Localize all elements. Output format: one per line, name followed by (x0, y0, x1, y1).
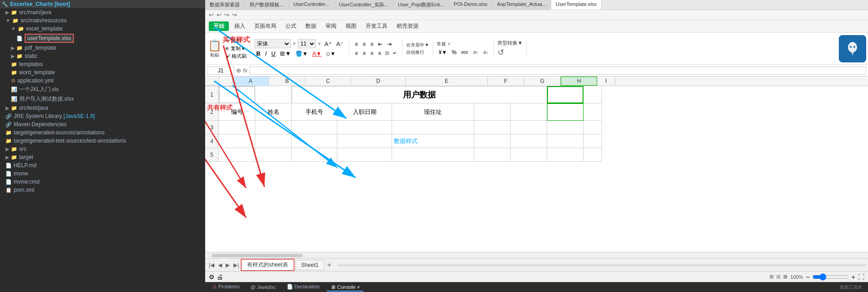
view-page-layout-icon[interactable]: ⊠ (783, 274, 787, 280)
shell-resources-menu[interactable]: 稻壳资源 (393, 21, 422, 31)
bottom-tab-problems[interactable]: ⚠ Problems (209, 283, 243, 292)
sheet-nav-first[interactable]: |◀ (207, 261, 216, 269)
tree-item-target[interactable]: ▶ 📁 target (0, 153, 205, 161)
col-header-G[interactable]: G (524, 77, 561, 86)
col-header-A[interactable]: A (232, 77, 269, 86)
tree-item-target-gen-src[interactable]: 📁 target/generated-sources/annotations (0, 128, 205, 137)
view-page-break-icon[interactable]: ⊟ (776, 274, 780, 280)
cell-3-I[interactable] (584, 121, 602, 134)
view-normal-icon[interactable]: ⊞ (770, 274, 774, 280)
underline-btn[interactable]: U (269, 49, 277, 58)
cell-2-G[interactable] (511, 103, 547, 121)
col-header-B[interactable]: B (269, 77, 305, 86)
cell-5-H[interactable] (547, 148, 584, 162)
tree-item-jxl[interactable]: 📊 一个JXL入门.xls (0, 85, 205, 94)
tree-item-excel-template[interactable]: ▼ 📁 excel_template (0, 25, 205, 33)
tree-item-user-import[interactable]: 📊 用户导入测试数据.xlsx (0, 94, 205, 104)
align-top-btn[interactable]: ≡ (353, 40, 360, 48)
italic-btn[interactable]: I (263, 49, 269, 58)
cell-3-H[interactable] (547, 121, 584, 134)
bottom-tab-javadoc[interactable]: @ Javadoc (247, 283, 279, 292)
refresh-icon[interactable]: ↺ (497, 47, 522, 57)
decrease-indent-btn[interactable]: ⇤ (376, 40, 384, 48)
col-header-I[interactable]: I (597, 77, 615, 86)
cell-4-B[interactable] (255, 134, 292, 148)
col-header-E[interactable]: E (406, 77, 488, 86)
cell-3-C[interactable] (292, 121, 337, 134)
undo2-icon[interactable]: ↩ (217, 11, 222, 18)
tree-item-src-test-java[interactable]: ▶ 📁 src/test/java (0, 104, 205, 112)
font-size-select[interactable]: 11 (298, 39, 316, 48)
col-header-C[interactable]: C (305, 77, 351, 86)
col-header-H[interactable]: H (561, 77, 597, 86)
border-btn[interactable]: ⊞▼ (278, 49, 293, 58)
merge-btn[interactable]: ⊡ (384, 49, 390, 57)
tree-item-application-yml[interactable]: ⚙ application.yml (0, 77, 205, 85)
start-menu-btn[interactable]: 开始 (209, 21, 229, 31)
dev-tools-menu[interactable]: 开发工具 (362, 21, 391, 31)
tree-item-help[interactable]: 📄 HELP.md (0, 161, 205, 169)
bold-btn[interactable]: B (254, 49, 262, 58)
auto-wrap-btn[interactable]: ↵ (391, 49, 398, 57)
justify-btn[interactable]: ≡ (376, 49, 383, 57)
cell-3-F[interactable] (474, 121, 511, 134)
format-painter-btn[interactable]: 🖌 格式刷 (225, 53, 247, 60)
cell-4-I[interactable] (584, 134, 602, 148)
sheet-nav-last[interactable]: ▶| (232, 261, 241, 269)
align-middle-btn[interactable]: ≡ (361, 40, 367, 48)
add-sheet-btn[interactable]: + (326, 261, 333, 269)
cell-1-B[interactable] (255, 86, 292, 103)
page-layout-menu[interactable]: 页面布局 (251, 21, 280, 31)
cell-4-D[interactable] (337, 134, 392, 148)
tab-database[interactable]: 数据库探索器 (205, 0, 245, 10)
sheet-nav-prev[interactable]: ◀ (216, 261, 224, 269)
increase-indent-btn[interactable]: ⇥ (385, 40, 393, 48)
tree-item-user-template[interactable]: 📄 userTemplate.xlsx (0, 33, 205, 44)
cell-3-A[interactable] (219, 121, 255, 134)
cell-5-I[interactable] (584, 148, 602, 162)
align-right-btn[interactable]: ≡ (368, 49, 375, 57)
increase-font-btn[interactable]: A⁺ (323, 40, 334, 48)
cell-4-C[interactable] (292, 134, 337, 148)
tree-item-word-template[interactable]: 📁 word_template (0, 68, 205, 77)
currency-btn[interactable]: ¥▼ (437, 48, 449, 56)
expand-icon[interactable]: ⛶ (858, 273, 864, 281)
cell-3-E[interactable] (392, 121, 474, 134)
zoom-out-btn[interactable]: − (806, 273, 810, 281)
cell-5-A[interactable] (219, 148, 255, 162)
cell-5-G[interactable] (511, 148, 547, 162)
cell-2-B[interactable]: 姓名 (255, 103, 292, 121)
print-icon[interactable]: 🖨 (217, 273, 223, 281)
view-menu[interactable]: 视图 (342, 21, 360, 31)
formula-input[interactable] (249, 67, 866, 75)
type-convert-label[interactable]: 类型转换▼ (497, 40, 522, 46)
settings-icon[interactable]: ⚙ (209, 273, 215, 281)
strikethrough-btn[interactable]: ◇▼ (324, 50, 337, 58)
sheet-tab-sheet1[interactable]: Sheet1 (295, 260, 325, 270)
cell-5-C[interactable] (292, 148, 337, 162)
cell-2-A[interactable]: 编号 (219, 103, 255, 121)
cell-3-G[interactable] (511, 121, 547, 134)
thousands-btn[interactable]: 000 (459, 48, 470, 56)
cell-ref-input[interactable] (207, 67, 234, 75)
decrease-font-btn[interactable]: A⁻ (335, 40, 346, 48)
tab-usercontroller2[interactable]: UserController_实际... (335, 0, 393, 10)
cell-5-D[interactable] (337, 148, 392, 162)
cut-btn[interactable]: ✂ 剪切 (225, 37, 247, 44)
insert-menu[interactable]: 插入 (231, 21, 249, 31)
align-center-btn[interactable]: ≡ (361, 49, 367, 57)
tab-userpojo[interactable]: User_Pojo数据Enti... (393, 0, 449, 10)
cell-2-E[interactable]: 现住址 (392, 103, 474, 121)
cell-4-F[interactable] (474, 134, 511, 148)
paste-btn[interactable]: 📋 粘贴 (207, 38, 222, 59)
cell-2-F[interactable] (474, 103, 511, 121)
sheet-nav-next[interactable]: ▶ (224, 261, 232, 269)
align-bottom-btn[interactable]: ≡ (368, 40, 375, 48)
cell-3-D[interactable] (337, 121, 392, 134)
tab-poi[interactable]: POI-Demo.xlsx (449, 0, 492, 10)
cell-3-B[interactable] (255, 121, 292, 134)
tree-item-src-main-resources[interactable]: ▼ 📁 src/main/resources (0, 16, 205, 25)
font-color-btn[interactable]: A▼ (310, 50, 323, 58)
cell-1-A[interactable] (219, 86, 255, 103)
tree-item-src[interactable]: ▶ 📁 src (0, 145, 205, 153)
